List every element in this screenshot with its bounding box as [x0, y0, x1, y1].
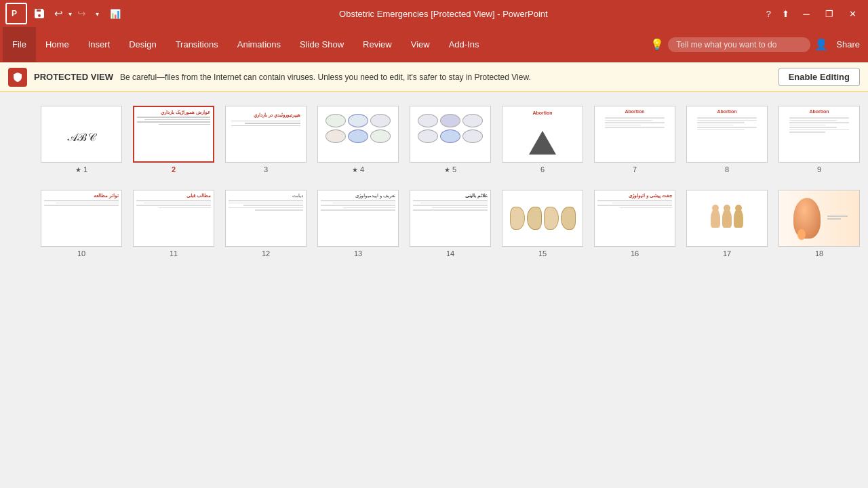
share-button[interactable]: Share — [831, 37, 865, 52]
close-button[interactable]: ✕ — [842, 5, 863, 22]
slide-thumb-17 — [686, 190, 768, 247]
slide-grid-area: Abortion 9 Abortion — [0, 92, 868, 488]
slide-num-18: 18 — [815, 249, 823, 258]
share-area: 👤 Share — [814, 37, 865, 52]
slide-thumb-6: Abortion — [502, 106, 583, 163]
star-icon-4: ★ — [352, 166, 358, 174]
slide-item-3[interactable]: هيپرتيوروئيدي در بارداري 3 — [225, 106, 307, 174]
slide-item-15[interactable]: 15 — [502, 190, 583, 258]
slide-num-11: 11 — [170, 249, 178, 258]
slide-num-3: 3 — [264, 165, 268, 174]
slide-item-1[interactable]: 𝒜ℬ𝒞 ★1 — [41, 106, 122, 174]
slide-item-6[interactable]: Abortion 6 — [502, 106, 583, 174]
slide-row-2: 18 — [41, 190, 827, 258]
user-icon: 👤 — [814, 38, 828, 51]
slide-num-9: 9 — [817, 165, 821, 174]
slide-item-18[interactable]: 18 — [778, 190, 860, 258]
slide-thumb-15 — [502, 190, 583, 247]
slide-item-2[interactable]: عوارض هموراژيک بارداري 2 — [133, 106, 214, 174]
ribbon-tabs: File Home Insert Design Transitions Anim… — [3, 27, 488, 62]
slide-thumb-11: مطالب قبلی — [133, 190, 214, 247]
ribbon: File Home Insert Design Transitions Anim… — [0, 27, 868, 62]
title-bar-left: P ↩ ▾ ↪ ▾ 📊 — [5, 3, 125, 24]
slide-thumb-1: 𝒜ℬ𝒞 — [41, 106, 122, 163]
slide-thumb-16: جفت پیشی و اتیولوژی — [594, 190, 675, 247]
slide-item-12[interactable]: دیابت 12 — [225, 190, 307, 258]
slide-num-4: ★4 — [352, 165, 364, 174]
minimize-button[interactable]: ─ — [796, 5, 816, 22]
slide-thumb-5 — [410, 106, 491, 163]
slide-num-8: 8 — [725, 165, 729, 174]
slide-item-16[interactable]: جفت پیشی و اتیولوژی 16 — [594, 190, 675, 258]
tab-file[interactable]: File — [3, 27, 36, 62]
slide-num-12: 12 — [262, 249, 270, 258]
slide-item-10[interactable]: تواتر مطالعه 10 — [41, 190, 122, 258]
slide-item-9[interactable]: Abortion 9 — [778, 106, 860, 174]
slide-num-17: 17 — [723, 249, 731, 258]
slide-thumb-8: Abortion — [686, 106, 768, 163]
slide-num-10: 10 — [77, 249, 85, 258]
save-button[interactable] — [31, 7, 47, 20]
tab-addins[interactable]: Add-Ins — [439, 27, 489, 62]
slide-num-5: ★5 — [444, 165, 456, 174]
tab-review[interactable]: Review — [353, 27, 401, 62]
undo-redo-group: ↩ ▾ ↪ — [52, 6, 89, 21]
tab-home[interactable]: Home — [36, 27, 79, 62]
slide-num-15: 15 — [538, 249, 547, 258]
slide-item-11[interactable]: مطالب قبلی 11 — [133, 190, 214, 258]
lightbulb-icon: 💡 — [650, 38, 664, 51]
star-icon-1: ★ — [75, 166, 81, 174]
restore-button[interactable]: ❐ — [819, 5, 840, 22]
ribbon-toggle[interactable]: ⬆ — [778, 7, 793, 20]
protected-view-label: PROTECTED VIEW — [34, 72, 113, 82]
present-button[interactable]: 📊 — [106, 7, 125, 20]
slide-item-8[interactable]: Abortion 8 — [686, 106, 768, 174]
title-bar: P ↩ ▾ ↪ ▾ 📊 Obstetric Emergencies [Prote… — [0, 0, 868, 27]
slide-thumb-2: عوارض هموراژيک بارداري — [133, 106, 214, 163]
slide-num-16: 16 — [631, 249, 639, 258]
ribbon-search-area: 💡 👤 Share — [650, 37, 865, 52]
tab-animations[interactable]: Animations — [228, 27, 290, 62]
slide-item-13[interactable]: تعريف و اپيدميولوژی 13 — [317, 190, 399, 258]
slide-row-1: Abortion 9 Abortion — [41, 106, 827, 174]
enable-editing-button[interactable]: Enable Editing — [778, 68, 860, 86]
tab-design[interactable]: Design — [119, 27, 165, 62]
protected-view-banner: PROTECTED VIEW Be careful—files from the… — [0, 62, 868, 92]
tab-transitions[interactable]: Transitions — [166, 27, 228, 62]
slide-num-14: 14 — [446, 249, 454, 258]
slide-item-4[interactable]: ★4 — [317, 106, 399, 174]
protected-view-message: Be careful—files from the Internet can c… — [120, 73, 772, 82]
slide-thumb-18 — [778, 190, 860, 247]
slide-thumb-9: Abortion — [778, 106, 860, 163]
slide-item-14[interactable]: علائم بالينی 14 — [410, 190, 491, 258]
slide-thumb-7: Abortion — [594, 106, 675, 163]
window-title: Obstetric Emergencies [Protected View] -… — [125, 9, 762, 19]
svg-text:P: P — [12, 9, 17, 18]
star-icon-5: ★ — [444, 166, 450, 174]
slide-num-2: 2 — [172, 165, 176, 174]
redo-button[interactable]: ↪ — [75, 6, 89, 21]
slide-num-6: 6 — [540, 165, 545, 174]
slide-thumb-13: تعريف و اپيدميولوژی — [317, 190, 399, 247]
app-logo: P — [5, 3, 27, 24]
window-controls: ? ⬆ ─ ❐ ✕ — [762, 5, 863, 22]
tab-insert[interactable]: Insert — [79, 27, 120, 62]
slide-num-1: ★1 — [75, 165, 87, 174]
slide-thumb-10: تواتر مطالعه — [41, 190, 122, 247]
help-button[interactable]: ? — [762, 7, 775, 20]
slide-thumb-3: هيپرتيوروئيدي در بارداري — [225, 106, 307, 163]
undo-button[interactable]: ↩ — [52, 6, 66, 21]
slide-thumb-14: علائم بالينی — [410, 190, 491, 247]
undo-dropdown[interactable]: ▾ — [67, 9, 73, 19]
slide-thumb-12: دیابت — [225, 190, 307, 247]
slide-item-5[interactable]: ★5 — [410, 106, 491, 174]
slide-item-17[interactable]: 17 — [686, 190, 768, 258]
tab-view[interactable]: View — [401, 27, 439, 62]
slide-num-13: 13 — [354, 249, 362, 258]
tab-slideshow[interactable]: Slide Show — [290, 27, 353, 62]
search-input[interactable] — [668, 37, 810, 52]
shield-icon — [8, 68, 27, 87]
quick-access-button[interactable]: ▾ — [93, 9, 102, 19]
slide-item-7[interactable]: Abortion 7 — [594, 106, 675, 174]
slide-thumb-4 — [317, 106, 399, 163]
